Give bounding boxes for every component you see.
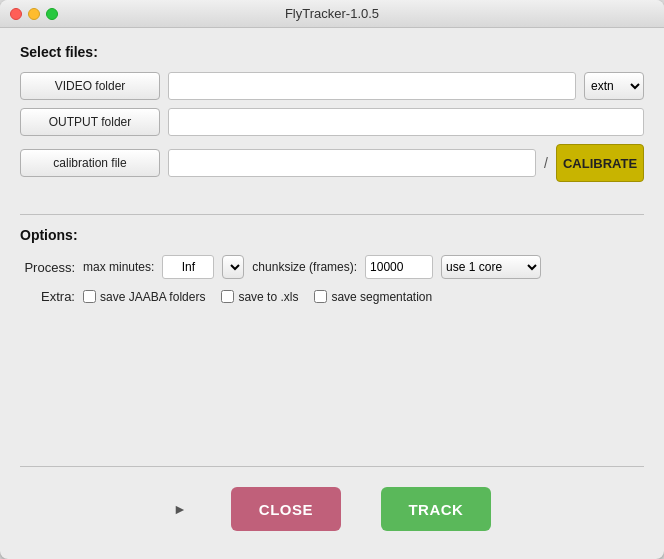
extra-row: Extra: save JAABA folders save to .xls s… bbox=[20, 289, 644, 304]
save-segmentation-checkbox[interactable] bbox=[314, 290, 327, 303]
extn-select[interactable]: extn .avi .mp4 .mov bbox=[584, 72, 644, 100]
divider-2 bbox=[20, 466, 644, 467]
extra-label: Extra: bbox=[20, 289, 75, 304]
chunksize-spinner[interactable] bbox=[222, 255, 244, 279]
video-folder-button[interactable]: VIDEO folder bbox=[20, 72, 160, 100]
checkbox-segmentation: save segmentation bbox=[314, 290, 432, 304]
video-folder-row: VIDEO folder extn .avi .mp4 .mov bbox=[20, 72, 644, 100]
video-folder-input[interactable] bbox=[168, 72, 576, 100]
traffic-lights bbox=[10, 8, 58, 20]
arrow-icon: ► bbox=[173, 501, 187, 517]
title-bar: FlyTracker-1.0.5 bbox=[0, 0, 664, 28]
save-xls-label[interactable]: save to .xls bbox=[238, 290, 298, 304]
slash-divider: / bbox=[544, 155, 548, 171]
save-xls-checkbox[interactable] bbox=[221, 290, 234, 303]
minimize-traffic-light[interactable] bbox=[28, 8, 40, 20]
options-section: Options: Process: max minutes: chunksize… bbox=[20, 227, 644, 454]
close-traffic-light[interactable] bbox=[10, 8, 22, 20]
output-folder-row: OUTPUT folder bbox=[20, 108, 644, 136]
max-minutes-input[interactable] bbox=[162, 255, 214, 279]
process-label: Process: bbox=[20, 260, 75, 275]
options-section-title: Options: bbox=[20, 227, 644, 243]
content-area: Select files: VIDEO folder extn .avi .mp… bbox=[0, 28, 664, 559]
window-title: FlyTracker-1.0.5 bbox=[285, 6, 379, 21]
chunksize-label: chunksize (frames): bbox=[252, 260, 357, 274]
buttons-row: ► CLOSE TRACK bbox=[20, 487, 644, 543]
divider-1 bbox=[20, 214, 644, 215]
checkbox-jaaba: save JAABA folders bbox=[83, 290, 205, 304]
checkbox-xls: save to .xls bbox=[221, 290, 298, 304]
output-folder-button[interactable]: OUTPUT folder bbox=[20, 108, 160, 136]
close-button[interactable]: CLOSE bbox=[231, 487, 341, 531]
calibration-file-input[interactable] bbox=[168, 149, 536, 177]
output-folder-input[interactable] bbox=[168, 108, 644, 136]
save-segmentation-label[interactable]: save segmentation bbox=[331, 290, 432, 304]
app-window: FlyTracker-1.0.5 Select files: VIDEO fol… bbox=[0, 0, 664, 559]
save-jaaba-label[interactable]: save JAABA folders bbox=[100, 290, 205, 304]
calibrate-button[interactable]: CALIBRATE bbox=[556, 144, 644, 182]
maximize-traffic-light[interactable] bbox=[46, 8, 58, 20]
track-button[interactable]: TRACK bbox=[381, 487, 491, 531]
files-section: Select files: VIDEO folder extn .avi .mp… bbox=[20, 44, 644, 190]
core-select[interactable]: use 1 core use 2 cores use 4 cores use 8… bbox=[441, 255, 541, 279]
calibration-file-row: calibration file / CALIBRATE bbox=[20, 144, 644, 182]
chunksize-input[interactable] bbox=[365, 255, 433, 279]
checkbox-group: save JAABA folders save to .xls save seg… bbox=[83, 290, 432, 304]
save-jaaba-checkbox[interactable] bbox=[83, 290, 96, 303]
process-row: Process: max minutes: chunksize (frames)… bbox=[20, 255, 644, 279]
files-section-title: Select files: bbox=[20, 44, 644, 60]
calibration-file-button[interactable]: calibration file bbox=[20, 149, 160, 177]
max-minutes-label: max minutes: bbox=[83, 260, 154, 274]
